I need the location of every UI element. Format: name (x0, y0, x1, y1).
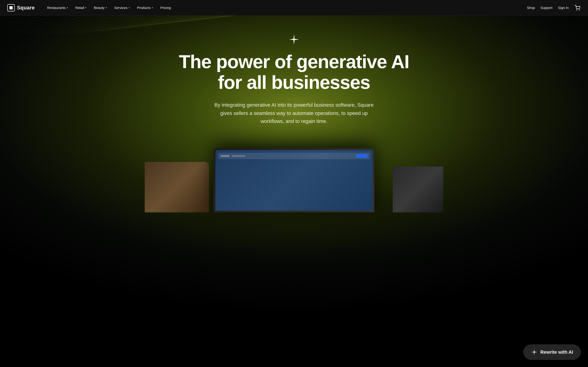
hero-title: The power of generative AI for all busin… (177, 51, 411, 93)
nav-link-restaurants[interactable]: Restaurants▾ (44, 4, 71, 11)
laptop-screen (216, 150, 372, 211)
chevron-down-icon: ▾ (106, 6, 107, 9)
hero-section: The power of generative AI for all busin… (0, 0, 588, 367)
nav-link-products[interactable]: Products▾ (134, 4, 156, 11)
nav-right-link-support[interactable]: Support (540, 6, 553, 10)
nav-right: ShopSupportSign In (527, 5, 581, 11)
nav-right-link-shop[interactable]: Shop (527, 6, 535, 10)
rewrite-with-ai-button[interactable]: Rewrite with AI (523, 344, 581, 360)
chevron-down-icon: ▾ (129, 6, 130, 9)
main-nav: Square Restaurants▾Retail▾Beauty▾Service… (0, 0, 588, 16)
nav-link-pricing[interactable]: Pricing (157, 4, 174, 11)
logo-icon (7, 4, 15, 11)
hero-subtitle: By integrating generative AI into its po… (214, 101, 374, 125)
chevron-down-icon: ▾ (152, 6, 153, 9)
chevron-down-icon: ▾ (67, 6, 68, 9)
sparkle-decoration (288, 34, 300, 45)
table-left-bg (145, 162, 209, 212)
nav-link-services[interactable]: Services▾ (111, 4, 133, 11)
svg-point-0 (577, 10, 577, 10)
nav-link-beauty[interactable]: Beauty▾ (90, 4, 110, 11)
logo-link[interactable]: Square (7, 4, 35, 11)
table-right-bg (393, 167, 443, 212)
logo-text: Square (17, 5, 35, 11)
cart-icon[interactable] (574, 5, 581, 11)
rewrite-sparkle-icon (531, 349, 537, 355)
nav-link-retail[interactable]: Retail▾ (72, 4, 90, 11)
rewrite-btn-label: Rewrite with AI (540, 350, 573, 355)
chevron-down-icon: ▾ (85, 6, 86, 9)
hero-content: The power of generative AI for all busin… (168, 16, 420, 125)
nav-right-link-sign-in[interactable]: Sign In (558, 6, 569, 10)
ui-toolbar (218, 153, 370, 159)
svg-point-1 (579, 10, 579, 10)
hero-device-mockup (145, 139, 443, 212)
laptop-mockup (214, 148, 374, 212)
nav-links: Restaurants▾Retail▾Beauty▾Services▾Produ… (44, 4, 527, 11)
